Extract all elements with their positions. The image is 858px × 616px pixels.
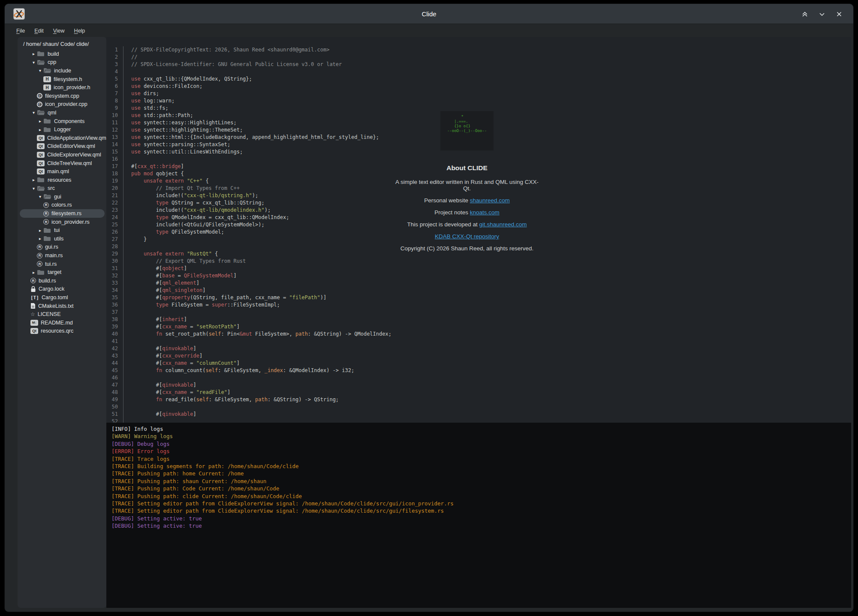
log-panel[interactable]: [INFO] Info logs[WARN] Warning logs[DEBU…	[106, 423, 851, 608]
title-bar[interactable]: Clide	[5, 4, 853, 24]
tree-folder-Logger[interactable]: ▸Logger	[20, 125, 105, 134]
about-link[interactable]: shaunreed.com	[470, 197, 510, 204]
chevron-down-icon[interactable]: ▾	[37, 68, 43, 73]
tree-file-resources.qrc[interactable]: Qtresources.qrc	[20, 327, 105, 336]
tree-file-ClideApplicationView.qml[interactable]: QtClideApplicationView.qml	[20, 134, 105, 142]
minimize-button[interactable]	[818, 10, 826, 18]
tree-file-main.qml[interactable]: Qtmain.qml	[20, 167, 105, 176]
chevron-down-icon[interactable]: ▾	[30, 60, 37, 65]
tree-folder-Components[interactable]: ▸Components	[20, 117, 105, 126]
tree-file-build.rs[interactable]: Rbuild.rs	[20, 276, 105, 285]
tree-item-label: colors.rs	[51, 202, 72, 208]
code-text: use std::fs;	[123, 105, 169, 112]
tree-folder-target[interactable]: ▸target	[20, 268, 105, 276]
tree-folder-include[interactable]: ▾include	[20, 66, 105, 75]
markdown-file-icon: M↓	[30, 320, 38, 326]
tree-file-Cargo.lock[interactable]: Cargo.lock	[20, 285, 105, 294]
about-link[interactable]: knoats.com	[470, 209, 500, 216]
chevron-right-icon[interactable]: ▸	[37, 127, 43, 132]
code-text	[123, 156, 131, 163]
tree-file-ClideEditorView.qml[interactable]: QtClideEditorView.qml	[20, 142, 105, 151]
log-line: [TRACE] Setting editor path from ClideEx…	[111, 500, 846, 507]
chevron-down-icon[interactable]: ▾	[30, 186, 37, 191]
tree-file-filesystem.rs[interactable]: Rfilesystem.rs	[20, 209, 105, 218]
chevron-right-icon[interactable]: ▸	[37, 228, 43, 233]
tree-file-colors.rs[interactable]: Rcolors.rs	[20, 201, 105, 210]
line-number: 23	[106, 207, 123, 214]
qt-file-icon: Qt	[30, 328, 38, 334]
line-number: 17	[106, 163, 123, 170]
tree-file-icon_provider.h[interactable]: Hicon_provider.h	[20, 83, 105, 92]
tree-file-ClideTreeView.qml[interactable]: QtClideTreeView.qml	[20, 159, 105, 168]
chevron-right-icon[interactable]: ▸	[30, 51, 37, 56]
code-line: 36 type FileSystem = super::FileSystemIm…	[106, 301, 851, 309]
log-line: [TRACE] Trace logs	[111, 455, 846, 463]
tree-folder-qml[interactable]: ▾qml	[20, 108, 105, 117]
line-number: 43	[106, 352, 123, 360]
code-text: fn set_root_path(self: Pin<&mut FileSyst…	[123, 331, 391, 338]
file-tree: ▸build▾cpp▾includeHfilesystem.hHicon_pro…	[18, 50, 106, 335]
code-text	[123, 374, 131, 382]
line-number: 44	[106, 360, 123, 367]
code-line: 49 fn read_file(self: &FileSystem, path:…	[106, 396, 851, 403]
tree-folder-tui[interactable]: ▸tui	[20, 226, 105, 234]
code-text	[123, 418, 131, 423]
code-text: // Export QML Types from Rust	[123, 258, 246, 265]
about-link[interactable]: KDAB CXX-Qt repository	[435, 233, 499, 240]
code-line: 35 #[qproperty(QString, file_path, cxx_n…	[106, 294, 851, 301]
tree-file-tui.rs[interactable]: Rtui.rs	[20, 260, 105, 268]
about-paragraph: Project notes knoats.com	[392, 209, 542, 216]
tree-file-ClideExplorerView.qml[interactable]: QtClideExplorerView.qml	[20, 150, 105, 159]
tree-file-filesystem.h[interactable]: Hfilesystem.h	[20, 75, 105, 84]
menu-edit[interactable]: Edit	[30, 27, 48, 35]
line-number: 32	[106, 272, 123, 279]
line-number: 35	[106, 294, 123, 301]
tree-item-label: cpp	[48, 59, 56, 65]
tree-folder-src[interactable]: ▾src	[20, 184, 105, 193]
code-text: use syntect::highlighting::ThemeSet;	[123, 126, 243, 134]
window-title: Clide	[5, 10, 853, 18]
about-link[interactable]: git.shaunreed.com	[479, 221, 527, 228]
log-line: [TRACE] Pushing path: Code Current: /hom…	[111, 485, 846, 492]
chevron-down-icon[interactable]: ▾	[37, 194, 43, 199]
tree-folder-resources[interactable]: ▸resources	[20, 176, 105, 184]
tree-item-label: tui.rs	[45, 261, 57, 267]
close-button[interactable]	[835, 10, 843, 18]
tree-file-main.rs[interactable]: Rmain.rs	[20, 251, 105, 260]
tree-folder-utils[interactable]: ▸utils	[20, 234, 105, 243]
menu-file[interactable]: File	[12, 27, 29, 35]
line-number: 15	[106, 148, 123, 156]
tree-file-gui.rs[interactable]: Rgui.rs	[20, 243, 105, 252]
line-number: 25	[106, 221, 123, 228]
tree-folder-build[interactable]: ▸build	[20, 50, 105, 58]
tree-folder-cpp[interactable]: ▾cpp	[20, 58, 105, 67]
tree-folder-gui[interactable]: ▾gui	[20, 192, 105, 201]
tree-file-CMakeLists.txt[interactable]: CMakeLists.txt	[20, 302, 105, 310]
chevron-right-icon[interactable]: ▸	[30, 177, 37, 182]
file-tree-panel[interactable]: / home/ shaun/ Code/ clide/ ▸build▾cpp▾i…	[18, 37, 106, 608]
tree-file-icon_provider.rs[interactable]: Ricon_provider.rs	[20, 218, 105, 226]
line-number: 6	[106, 83, 123, 90]
chevron-right-icon[interactable]: ▸	[37, 119, 43, 123]
tree-file-README.md[interactable]: M↓README.md	[20, 319, 105, 327]
ascii-art-logo: * |.===. {}o o{} --ooO--(_)--Ooo--	[440, 111, 494, 150]
menu-view[interactable]: View	[49, 27, 69, 35]
tree-item-label: LICENSE	[38, 311, 61, 317]
code-line: 47 #[qinvokable]	[106, 382, 851, 389]
folder-icon	[37, 51, 45, 57]
log-line: [TRACE] Pushing path: home Current: /hom…	[111, 470, 846, 477]
tree-file-LICENSE[interactable]: ☆LICENSE	[20, 310, 105, 319]
log-line: [DEBUG] Debug logs	[111, 440, 846, 448]
chevron-right-icon[interactable]: ▸	[30, 270, 37, 275]
code-text: //	[123, 54, 137, 61]
line-number: 40	[106, 331, 123, 338]
tree-file-icon_provider.cpp[interactable]: Cicon_provider.cpp	[20, 100, 105, 109]
restore-button[interactable]	[801, 10, 809, 18]
chevron-down-icon[interactable]: ▾	[30, 110, 37, 115]
chevron-right-icon[interactable]: ▸	[37, 236, 43, 241]
menu-help[interactable]: Help	[70, 27, 89, 35]
tree-file-filesystem.cpp[interactable]: Cfilesystem.cpp	[20, 92, 105, 100]
code-text: // SPDX-License-Identifier: GNU General …	[123, 61, 342, 68]
line-number: 8	[106, 97, 123, 105]
tree-file-Cargo.toml[interactable]: [T]Cargo.toml	[20, 293, 105, 302]
